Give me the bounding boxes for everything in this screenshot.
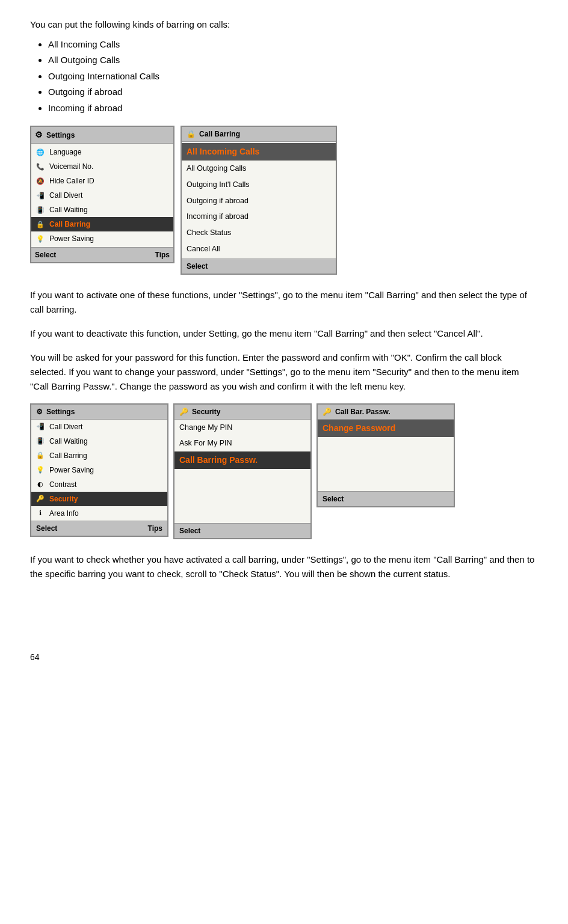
- sec-item-askformypin: Ask For My PIN: [174, 435, 310, 451]
- cbp-header: 🔑 Call Bar. Passw.: [318, 405, 454, 420]
- powersaving2-icon: 💡: [35, 465, 46, 475]
- calldivert-icon: 📲: [35, 191, 46, 201]
- callbarring-header-icon: 🔒: [187, 129, 196, 139]
- settings-label-hidecallerid: Hide Caller ID: [49, 176, 94, 186]
- callwaiting2-icon: 📳: [35, 436, 46, 446]
- sec-item-callbarringpassw: Call Barring Passw.: [174, 451, 310, 469]
- settings2-label-powersaving: Power Saving: [49, 465, 94, 476]
- settings-item-callwaiting: 📳 Call Waiting: [31, 203, 173, 217]
- security-header: 🔑 Security: [174, 405, 310, 420]
- settings2-label-security: Security: [49, 494, 78, 504]
- settings2-label-calldivert: Call Divert: [49, 421, 82, 432]
- screenshots-row-1: ⚙ Settings 🌐 Language 📞 Voicemail No. 🔕 …: [30, 126, 538, 275]
- cbp-header-icon: 🔑: [323, 406, 332, 417]
- bullet-item-3: Outgoing International Calls: [48, 70, 538, 84]
- bullet-list: All Incoming Calls All Outgoing Calls Ou…: [48, 38, 538, 115]
- hidecaller-icon: 🔕: [35, 176, 46, 186]
- cb-item-outgoingabroad: Outgoing if abroad: [182, 193, 336, 209]
- callbarring-screen: 🔒 Call Barring All Incoming Calls All Ou…: [181, 126, 337, 275]
- cbp-empty-space: [318, 437, 454, 491]
- settings-item-callbarring: 🔒 Call Barring: [31, 217, 173, 231]
- settings-screen-header: ⚙ Settings: [31, 127, 173, 144]
- intro-text: You can put the following kinds of barri…: [30, 18, 538, 32]
- callbarring-screen-footer: Select: [182, 259, 336, 274]
- settings2-item-callbarring: 🔒 Call Barring: [31, 448, 167, 463]
- settings-item-hidecallerid: 🔕 Hide Caller ID: [31, 174, 173, 188]
- cb-item-outgoingintl: Outgoing Int'l Calls: [182, 177, 336, 193]
- settings-item-powersaving: 💡 Power Saving: [31, 231, 173, 246]
- settings-item-language: 🌐 Language: [31, 145, 173, 159]
- cb-item-cancelall: Cancel All: [182, 241, 336, 257]
- page-number: 64: [30, 651, 538, 664]
- cbp-item-changepassword: Change Password: [318, 420, 454, 437]
- settings-label-callwaiting: Call Waiting: [49, 204, 88, 215]
- settings2-footer-tips: Tips: [148, 523, 162, 534]
- settings-footer-select: Select: [35, 249, 56, 260]
- settings2-item-security: 🔑 Security: [31, 492, 167, 506]
- settings-footer-tips: Tips: [155, 249, 170, 260]
- cb-item-incomingabroad: Incoming if abroad: [182, 209, 336, 225]
- security-screen: 🔑 Security Change My PIN Ask For My PIN …: [173, 403, 312, 540]
- settings2-item-powersaving: 💡 Power Saving: [31, 463, 167, 477]
- settings2-item-contrast: ◐ Contrast: [31, 477, 167, 492]
- language-icon: 🌐: [35, 147, 46, 158]
- settings-label-voicemail: Voicemail No.: [49, 161, 93, 172]
- settings-item-voicemail: 📞 Voicemail No.: [31, 159, 173, 174]
- security-icon: 🔑: [35, 494, 46, 504]
- settings-screen: ⚙ Settings 🌐 Language 📞 Voicemail No. 🔕 …: [30, 126, 174, 263]
- screenshots-row-2: ⚙ Settings 📲 Call Divert 📳 Call Waiting …: [30, 403, 538, 540]
- powersaving-icon: 💡: [35, 234, 46, 244]
- paragraph-2: If you want to deactivate this function,…: [30, 326, 538, 341]
- settings-screen-2: ⚙ Settings 📲 Call Divert 📳 Call Waiting …: [30, 403, 168, 537]
- callbarpassw-screen: 🔑 Call Bar. Passw. Change Password Selec…: [316, 403, 455, 507]
- settings2-header-icon: ⚙: [36, 406, 43, 417]
- bullet-item-2: All Outgoing Calls: [48, 54, 538, 67]
- settings-item-calldivert: 📲 Call Divert: [31, 188, 173, 203]
- callbarring-icon: 🔒: [35, 219, 46, 230]
- callbarring-screen-header: 🔒 Call Barring: [182, 127, 336, 142]
- settings2-footer-select: Select: [36, 523, 57, 534]
- paragraph-4: If you want to check whether you have ac…: [30, 552, 538, 581]
- security-empty-space: [174, 469, 310, 523]
- bullet-item-5: Incoming if abroad: [48, 102, 538, 115]
- settings2-item-areainfo: ℹ Area Info: [31, 506, 167, 521]
- settings-label-powersaving: Power Saving: [49, 233, 94, 244]
- security-footer: Select: [174, 523, 310, 538]
- settings2-label-contrast: Contrast: [49, 479, 76, 490]
- security-header-title: Security: [192, 406, 220, 417]
- settings-screen-body: 🌐 Language 📞 Voicemail No. 🔕 Hide Caller…: [31, 144, 173, 247]
- calldivert2-icon: 📲: [35, 421, 46, 432]
- cb-item-checkstatus: Check Status: [182, 225, 336, 241]
- settings2-item-callwaiting: 📳 Call Waiting: [31, 434, 167, 448]
- settings2-footer: Select Tips: [31, 521, 167, 536]
- security-header-icon: 🔑: [179, 406, 188, 417]
- settings-label-calldivert: Call Divert: [49, 190, 82, 201]
- settings-label-callbarring: Call Barring: [49, 219, 90, 230]
- paragraph-3: You will be asked for your password for …: [30, 350, 538, 394]
- settings2-item-calldivert: 📲 Call Divert: [31, 420, 167, 434]
- settings2-header-title: Settings: [46, 406, 75, 417]
- cbp-body: Change Password: [318, 420, 454, 437]
- settings2-body: 📲 Call Divert 📳 Call Waiting 🔒 Call Barr…: [31, 420, 167, 521]
- settings-title: Settings: [46, 130, 75, 141]
- areainfo-icon: ℹ: [35, 508, 46, 518]
- bullet-item-1: All Incoming Calls: [48, 38, 538, 52]
- settings2-label-callwaiting: Call Waiting: [49, 436, 88, 447]
- voicemail-icon: 📞: [35, 162, 46, 172]
- cb-item-allincoming: All Incoming Calls: [182, 143, 336, 161]
- spacer: [30, 591, 538, 639]
- bullet-item-4: Outgoing if abroad: [48, 85, 538, 99]
- callwaiting-icon: 📳: [35, 205, 46, 215]
- settings2-header: ⚙ Settings: [31, 405, 167, 420]
- cbp-header-title: Call Bar. Passw.: [335, 406, 390, 417]
- settings-icon: ⚙: [35, 129, 43, 141]
- cb-item-alloutgoing: All Outgoing Calls: [182, 161, 336, 177]
- paragraph-1: If you want to activate one of these fun…: [30, 288, 538, 317]
- sec-item-changemypin: Change My PIN: [174, 420, 310, 436]
- callbarring-screen-body: All Incoming Calls All Outgoing Calls Ou…: [182, 142, 336, 259]
- settings-label-language: Language: [49, 147, 81, 158]
- security-body: Change My PIN Ask For My PIN Call Barrin…: [174, 420, 310, 470]
- settings2-label-callbarring: Call Barring: [49, 450, 87, 461]
- callbarring2-icon: 🔒: [35, 450, 46, 460]
- callbarring-header-title: Call Barring: [199, 129, 240, 139]
